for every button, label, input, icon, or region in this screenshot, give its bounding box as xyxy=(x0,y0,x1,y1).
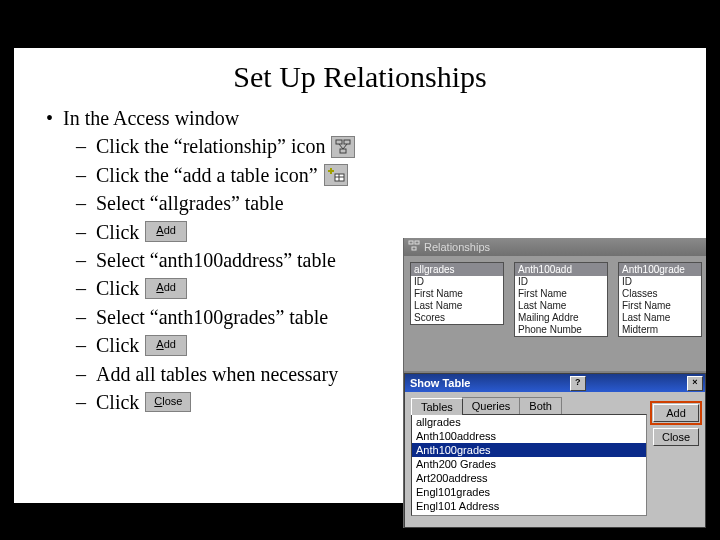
dash-icon: – xyxy=(76,331,86,359)
table-row: ID xyxy=(619,276,701,288)
text: Click the “add a table icon” xyxy=(96,161,318,189)
table-row: First Name xyxy=(411,288,503,300)
tab-both[interactable]: Both xyxy=(519,397,562,414)
dash-icon: – xyxy=(76,360,86,388)
svg-rect-11 xyxy=(415,241,419,244)
table-row: First Name xyxy=(515,288,607,300)
list-item[interactable]: Engl101 Address xyxy=(412,499,646,513)
list-item-selected[interactable]: Anth100grades xyxy=(412,443,646,457)
table-row: ID xyxy=(411,276,503,288)
dash-icon: – xyxy=(76,274,86,302)
table-row: Last Name xyxy=(515,300,607,312)
table-box[interactable]: allgrades ID First Name Last Name Scores xyxy=(410,262,504,325)
list-item[interactable]: Engl101grades xyxy=(412,485,646,499)
text: Click the “relationship” icon xyxy=(96,132,325,160)
dash-icon: – xyxy=(76,218,86,246)
table-row: Last Name xyxy=(619,312,701,324)
relationship-icon[interactable] xyxy=(331,136,355,158)
window-icon xyxy=(408,240,420,254)
text: Click xyxy=(96,274,139,302)
add-button[interactable]: Add xyxy=(145,221,187,242)
table-box[interactable]: Anth100add ID First Name Last Name Maili… xyxy=(514,262,608,337)
close-icon[interactable]: × xyxy=(687,376,703,391)
svg-line-4 xyxy=(343,144,347,149)
list-item[interactable]: Anth200 Grades xyxy=(412,457,646,471)
tables-listbox[interactable]: allgrades Anth100address Anth100grades A… xyxy=(411,414,647,516)
close-button[interactable]: Close xyxy=(145,392,191,413)
table-header: Anth100grade xyxy=(619,263,701,276)
table-header: Anth100add xyxy=(515,263,607,276)
text: In the Access window xyxy=(63,104,239,132)
tab-tables[interactable]: Tables xyxy=(411,398,463,415)
svg-rect-12 xyxy=(412,247,416,250)
dash-icon: – xyxy=(76,132,86,160)
text: Click xyxy=(96,388,139,416)
svg-line-3 xyxy=(339,144,343,149)
table-header: allgrades xyxy=(411,263,503,276)
add-button[interactable]: Add xyxy=(653,404,699,422)
list-item: – Click the “relationship” icon xyxy=(76,132,706,160)
svg-rect-1 xyxy=(344,140,350,144)
close-button[interactable]: Close xyxy=(653,428,699,446)
svg-rect-10 xyxy=(409,241,413,244)
table-row: First Name xyxy=(619,300,701,312)
add-button[interactable]: Add xyxy=(145,335,187,356)
text: Click xyxy=(96,218,139,246)
table-row: Midterm xyxy=(619,324,701,336)
text: Click xyxy=(96,331,139,359)
text: Select “anth100grades” table xyxy=(96,303,328,331)
add-table-icon[interactable] xyxy=(324,164,348,186)
show-table-dialog: Show Table ? × Tables Queries Both allgr… xyxy=(404,373,706,528)
add-button[interactable]: Add xyxy=(145,278,187,299)
dialog-title: Show Table xyxy=(410,377,470,389)
table-row: Mailing Addre xyxy=(515,312,607,324)
text: Select “anth100address” table xyxy=(96,246,336,274)
dash-icon: – xyxy=(76,161,86,189)
slide: Set Up Relationships • In the Access win… xyxy=(14,48,706,503)
dialog-titlebar: Show Table ? × xyxy=(405,374,705,392)
slide-title: Set Up Relationships xyxy=(14,60,706,94)
list-item[interactable]: allgrades xyxy=(412,415,646,429)
svg-rect-0 xyxy=(336,140,342,144)
dash-icon: – xyxy=(76,388,86,416)
list-item[interactable]: Art200address xyxy=(412,471,646,485)
list-item[interactable]: Anth100address xyxy=(412,429,646,443)
table-box[interactable]: Anth100grade ID Classes First Name Last … xyxy=(618,262,702,337)
table-row: ID xyxy=(515,276,607,288)
table-row: Last Name xyxy=(411,300,503,312)
bullet-icon: • xyxy=(46,104,53,132)
table-row: Phone Numbe xyxy=(515,324,607,336)
tab-queries[interactable]: Queries xyxy=(462,397,521,414)
dialog-buttons: Add Close xyxy=(653,404,699,446)
dash-icon: – xyxy=(76,246,86,274)
relationships-canvas: allgrades ID First Name Last Name Scores… xyxy=(404,256,706,371)
list-item: – Select “allgrades” table xyxy=(76,189,706,217)
list-item: – Click the “add a table icon” xyxy=(76,161,706,189)
dash-icon: – xyxy=(76,303,86,331)
text: Add all tables when necessary xyxy=(96,360,338,388)
table-row: Classes xyxy=(619,288,701,300)
table-row: Scores xyxy=(411,312,503,324)
dash-icon: – xyxy=(76,189,86,217)
relationships-window: Relationships allgrades ID First Name La… xyxy=(403,238,706,528)
question-icon[interactable]: ? xyxy=(570,376,586,391)
svg-rect-2 xyxy=(340,149,346,153)
list-item: • In the Access window xyxy=(46,104,706,132)
window-titlebar: Relationships xyxy=(404,238,706,256)
text: Select “allgrades” table xyxy=(96,189,284,217)
window-title: Relationships xyxy=(424,241,490,253)
